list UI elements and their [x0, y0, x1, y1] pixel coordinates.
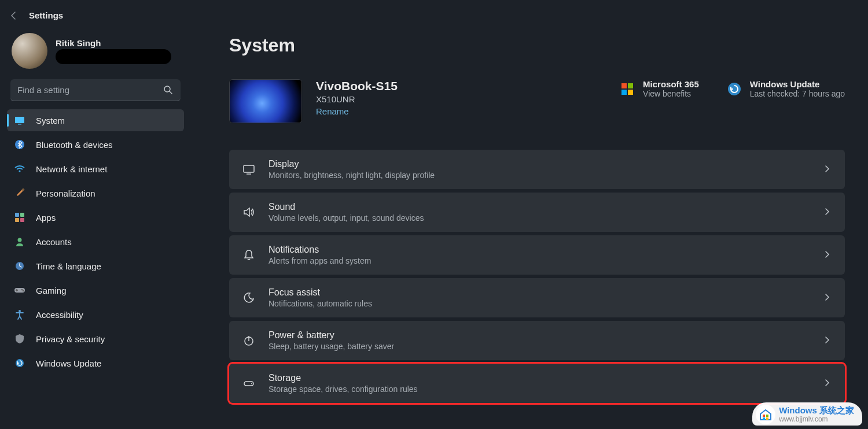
svg-rect-18: [628, 83, 633, 88]
nav-bluetooth[interactable]: Bluetooth & devices: [7, 134, 184, 156]
watermark-logo-icon: [756, 405, 775, 424]
svg-rect-6: [15, 213, 19, 217]
card-display[interactable]: Display Monitors, brightness, night ligh…: [229, 150, 845, 189]
back-icon[interactable]: [9, 11, 19, 20]
m365-title: Microsoft 365: [643, 79, 699, 89]
nav: System Bluetooth & devices Network & int…: [3, 109, 187, 374]
nav-time[interactable]: Time & language: [7, 255, 184, 277]
svg-rect-19: [621, 90, 627, 95]
card-storage[interactable]: Storage Storage space, drives, configura…: [229, 364, 845, 403]
profile[interactable]: Ritik Singh: [3, 31, 187, 79]
header-row: Settings: [3, 7, 187, 31]
clock-icon: [14, 260, 25, 272]
update-icon: [14, 357, 25, 369]
page-title: System: [229, 35, 845, 56]
card-title: Power & battery: [269, 330, 394, 341]
main-content: System VivoBook-S15 X510UNR Rename Micro…: [191, 0, 868, 429]
nav-apps[interactable]: Apps: [7, 206, 184, 228]
nav-label: Accessibility: [36, 310, 83, 320]
device-model: X510UNR: [316, 94, 398, 104]
card-sub: Alerts from apps and system: [269, 256, 371, 265]
card-sound[interactable]: Sound Volume levels, output, input, soun…: [229, 193, 845, 232]
drive-icon: [242, 376, 256, 390]
nav-label: Apps: [36, 213, 56, 223]
card-sub: Notifications, automatic rules: [269, 299, 372, 308]
chevron-right-icon: [823, 208, 832, 217]
nav-accessibility[interactable]: Accessibility: [7, 304, 184, 326]
device-name: VivoBook-S15: [316, 79, 398, 93]
chevron-right-icon: [823, 379, 832, 388]
svg-rect-22: [244, 165, 254, 172]
sidebar: Settings Ritik Singh System: [0, 0, 191, 429]
card-focus-assist[interactable]: Focus assist Notifications, automatic ru…: [229, 278, 845, 317]
microsoft-365-link[interactable]: Microsoft 365 View benefits: [620, 79, 699, 98]
nav-label: Windows Update: [36, 358, 101, 368]
svg-rect-2: [18, 124, 21, 125]
m365-icon: [620, 82, 635, 97]
bell-icon: [242, 248, 256, 262]
header-right: Microsoft 365 View benefits Windows Upda…: [620, 79, 845, 98]
card-title: Sound: [269, 202, 424, 212]
nav-label: Accounts: [36, 237, 72, 247]
bluetooth-icon: [14, 139, 25, 150]
rename-link[interactable]: Rename: [316, 106, 398, 116]
nav-system[interactable]: System: [7, 109, 184, 131]
watermark-title: Windows 系统之家: [779, 406, 854, 416]
app-title: Settings: [29, 10, 63, 20]
svg-rect-28: [763, 417, 765, 420]
svg-rect-8: [15, 218, 19, 222]
shield-icon: [14, 333, 25, 345]
card-title: Notifications: [269, 245, 371, 255]
nav-privacy[interactable]: Privacy & security: [7, 328, 184, 350]
settings-cards: Display Monitors, brightness, night ligh…: [229, 150, 845, 403]
nav-label: Personalization: [36, 188, 95, 198]
windows-update-link[interactable]: Windows Update Last checked: 7 hours ago: [727, 79, 845, 98]
svg-point-14: [23, 290, 24, 291]
svg-rect-7: [20, 213, 24, 217]
nav-accounts[interactable]: Accounts: [7, 231, 184, 253]
svg-rect-26: [763, 415, 765, 417]
chevron-right-icon: [823, 336, 832, 345]
svg-rect-9: [20, 218, 24, 222]
nav-label: Bluetooth & devices: [36, 140, 113, 150]
svg-point-15: [19, 310, 21, 312]
update-status-icon: [727, 82, 742, 97]
nav-label: Privacy & security: [36, 334, 105, 344]
monitor-icon: [242, 162, 256, 176]
device-row: VivoBook-S15 X510UNR Rename Microsoft 36…: [229, 79, 845, 123]
svg-point-10: [18, 238, 22, 242]
card-sub: Sleep, battery usage, battery saver: [269, 342, 394, 351]
speaker-icon: [242, 205, 256, 219]
avatar: [12, 33, 47, 69]
svg-point-4: [19, 170, 20, 172]
svg-rect-20: [628, 90, 633, 95]
nav-update[interactable]: Windows Update: [7, 352, 184, 374]
svg-point-21: [728, 83, 741, 95]
card-title: Focus assist: [269, 287, 372, 298]
watermark-sub: www.bjjmlv.com: [779, 416, 854, 423]
profile-name: Ritik Singh: [56, 38, 171, 48]
card-sub: Monitors, brightness, night light, displ…: [269, 171, 435, 180]
card-notifications[interactable]: Notifications Alerts from apps and syste…: [229, 235, 845, 275]
apps-icon: [14, 212, 25, 223]
svg-rect-29: [766, 417, 768, 420]
update-title: Windows Update: [750, 79, 845, 89]
watermark: Windows 系统之家 www.bjjmlv.com: [752, 402, 862, 426]
card-power[interactable]: Power & battery Sleep, battery usage, ba…: [229, 321, 845, 360]
profile-email-redacted: [56, 49, 171, 64]
nav-gaming[interactable]: Gaming: [7, 279, 184, 301]
svg-point-16: [16, 359, 24, 367]
moon-icon: [242, 291, 256, 305]
card-sub: Storage space, drives, configuration rul…: [269, 384, 418, 394]
user-icon: [14, 236, 25, 247]
search-icon: [163, 85, 174, 95]
update-sub: Last checked: 7 hours ago: [750, 89, 845, 98]
nav-personalization[interactable]: Personalization: [7, 182, 184, 204]
svg-rect-17: [621, 83, 627, 88]
nav-network[interactable]: Network & internet: [7, 158, 184, 180]
nav-label: Network & internet: [36, 164, 107, 174]
display-icon: [14, 114, 25, 126]
search-input[interactable]: [10, 79, 181, 101]
nav-label: Time & language: [36, 261, 101, 271]
gamepad-icon: [14, 284, 25, 296]
